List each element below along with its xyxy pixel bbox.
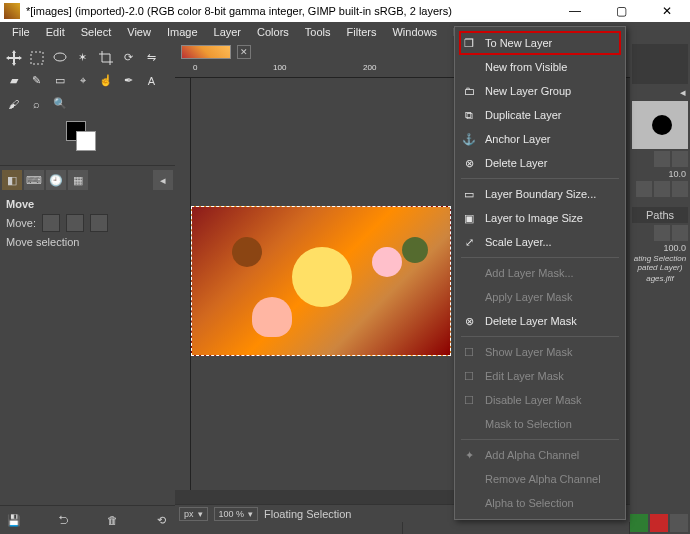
ctx-to-new-layer[interactable]: ❐To New Layer — [455, 31, 625, 55]
history-tab-icon[interactable]: 🕘 — [46, 170, 66, 190]
close-button[interactable]: ✕ — [644, 0, 690, 22]
background-color-swatch[interactable] — [76, 131, 96, 151]
ctx-delete-mask[interactable]: ⊗Delete Layer Mask — [455, 309, 625, 333]
menu-view[interactable]: View — [119, 24, 159, 40]
svg-rect-0 — [31, 52, 43, 64]
images-tab-icon[interactable]: ▦ — [68, 170, 88, 190]
tool-options-panel: Move Move: Move selection — [0, 192, 175, 254]
lasso-tool-icon[interactable] — [49, 47, 70, 68]
menu-colors[interactable]: Colors — [249, 24, 297, 40]
ctx-scale-layer[interactable]: ⤢Scale Layer... — [455, 230, 625, 254]
delete-options-icon[interactable]: 🗑 — [102, 510, 122, 530]
move-selection-mode-icon[interactable] — [66, 214, 84, 232]
brush-new-icon[interactable] — [654, 181, 670, 197]
illustration-char — [292, 247, 352, 307]
bottom-divider — [175, 522, 630, 534]
ctx-delete-layer[interactable]: ⊗Delete Layer — [455, 151, 625, 175]
anchor-icon: ⚓ — [461, 131, 477, 147]
save-options-icon[interactable]: 💾 — [4, 510, 24, 530]
ok-button-icon[interactable] — [630, 514, 648, 532]
duplicate-icon: ⧉ — [461, 107, 477, 123]
brush-refresh-icon[interactable] — [672, 181, 688, 197]
brush-size-value[interactable]: 10.0 — [632, 169, 688, 179]
rect-select-tool-icon[interactable] — [26, 47, 47, 68]
brushes-dock[interactable] — [632, 44, 688, 84]
checkbox-icon: ☐ — [461, 368, 477, 384]
menu-select[interactable]: Select — [73, 24, 120, 40]
brush-edit-icon[interactable] — [636, 181, 652, 197]
menu-image[interactable]: Image — [159, 24, 206, 40]
checkbox-icon: ☐ — [461, 344, 477, 360]
device-tab-icon[interactable]: ⌨ — [24, 170, 44, 190]
tab-left-icon[interactable] — [654, 225, 670, 241]
ctx-add-mask: Add Layer Mask... — [455, 261, 625, 285]
restore-options-icon[interactable]: ⮌ — [53, 510, 73, 530]
reset-options-icon[interactable]: ⟲ — [151, 510, 171, 530]
brush-next-icon[interactable] — [672, 151, 688, 167]
menu-layer[interactable]: Layer — [206, 24, 250, 40]
picker-tool-icon[interactable]: ⌕ — [26, 93, 47, 114]
dock-menu-icon[interactable]: ◂ — [680, 86, 686, 98]
move-mode-label: Move: — [6, 217, 36, 229]
menu-file[interactable]: File — [4, 24, 38, 40]
minimize-button[interactable]: — — [552, 0, 598, 22]
menu-tools[interactable]: Tools — [297, 24, 339, 40]
opacity-value[interactable]: 100.0 — [632, 243, 688, 253]
brush-prev-icon[interactable] — [654, 151, 670, 167]
floating-layer-info: ating Selection pated Layer) — [632, 255, 688, 273]
crop-tool-icon[interactable] — [95, 47, 116, 68]
left-panel: ✶ ⟳ ⇋ ▰ ✎ ▭ ⌖ ☝ ✒ A 🖌 ⌕ 🔍 — [0, 42, 175, 534]
smudge-tool-icon[interactable]: ☝ — [95, 70, 116, 91]
ctx-apply-mask: Apply Layer Mask — [455, 285, 625, 309]
close-document-icon[interactable]: ✕ — [237, 45, 251, 59]
ctx-disable-mask: ☐Disable Layer Mask — [455, 388, 625, 412]
tab-menu-icon[interactable]: ◂ — [153, 170, 173, 190]
paintbrush-tool-icon[interactable]: 🖌 — [3, 93, 24, 114]
document-thumb[interactable] — [181, 45, 231, 59]
text-tool-icon[interactable]: A — [141, 70, 162, 91]
illustration-char — [372, 247, 402, 277]
rotate-tool-icon[interactable]: ⟳ — [118, 47, 139, 68]
tool-options-footer: 💾 ⮌ 🗑 ⟲ — [0, 505, 175, 534]
path-tool-icon[interactable]: ✒ — [118, 70, 139, 91]
ctx-duplicate-layer[interactable]: ⧉Duplicate Layer — [455, 103, 625, 127]
zoom-dropdown[interactable]: 100 %▾ — [214, 507, 259, 521]
page-icon: ❐ — [461, 35, 477, 51]
fit-icon: ▣ — [461, 210, 477, 226]
options-tab-icon[interactable]: ◧ — [2, 170, 22, 190]
move-tool-icon[interactable] — [3, 47, 24, 68]
ctx-new-layer-group[interactable]: 🗀New Layer Group — [455, 79, 625, 103]
folder-icon: 🗀 — [461, 83, 477, 99]
menu-filters[interactable]: Filters — [339, 24, 385, 40]
delete-mask-icon: ⊗ — [461, 313, 477, 329]
bucket-tool-icon[interactable]: ▰ — [3, 70, 24, 91]
scale-icon: ⤢ — [461, 234, 477, 250]
ctx-anchor-layer[interactable]: ⚓Anchor Layer — [455, 127, 625, 151]
window-title: *[images] (imported)-2.0 (RGB color 8-bi… — [26, 5, 552, 17]
ctx-layer-to-image[interactable]: ▣Layer to Image Size — [455, 206, 625, 230]
zoom-tool-icon[interactable]: 🔍 — [49, 93, 70, 114]
canvas-image[interactable] — [191, 206, 451, 356]
pencil-tool-icon[interactable]: ✎ — [26, 70, 47, 91]
menu-edit[interactable]: Edit — [38, 24, 73, 40]
extra-button-icon[interactable] — [670, 514, 688, 532]
paths-tab[interactable]: Paths — [646, 209, 674, 221]
right-panel: ◂ 10.0 Paths 100.0 ating Selection pated… — [630, 42, 690, 534]
ctx-edit-mask: ☐Edit Layer Mask — [455, 364, 625, 388]
tab-right-icon[interactable] — [672, 225, 688, 241]
flip-tool-icon[interactable]: ⇋ — [141, 47, 162, 68]
move-path-mode-icon[interactable] — [90, 214, 108, 232]
layer-context-menu: ❐To New Layer New from Visible 🗀New Laye… — [454, 26, 626, 520]
menu-windows[interactable]: Windows — [384, 24, 445, 40]
unit-dropdown[interactable]: px▾ — [179, 507, 208, 521]
brush-preview[interactable] — [632, 101, 688, 149]
app-icon — [4, 3, 20, 19]
maximize-button[interactable]: ▢ — [598, 0, 644, 22]
eraser-tool-icon[interactable]: ▭ — [49, 70, 70, 91]
cancel-button-icon[interactable] — [650, 514, 668, 532]
fuzzy-select-tool-icon[interactable]: ✶ — [72, 47, 93, 68]
ctx-layer-boundary[interactable]: ▭Layer Boundary Size... — [455, 182, 625, 206]
clone-tool-icon[interactable]: ⌖ — [72, 70, 93, 91]
ctx-new-from-visible[interactable]: New from Visible — [455, 55, 625, 79]
move-layer-mode-icon[interactable] — [42, 214, 60, 232]
